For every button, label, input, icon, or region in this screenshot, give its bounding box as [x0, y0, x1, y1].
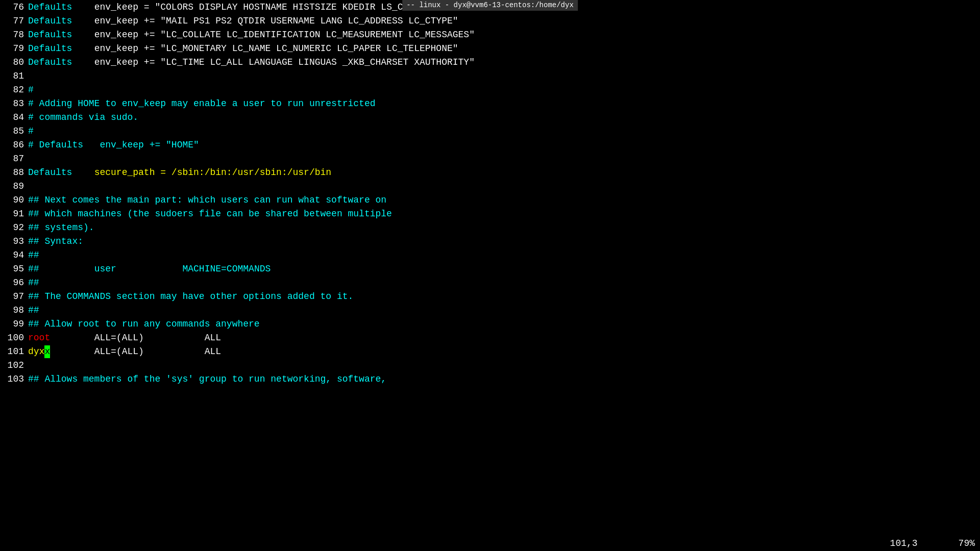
editor-line: 95## user MACHINE=COMMANDS [0, 263, 980, 277]
line-segment: # commands via sudo. [28, 111, 138, 124]
line-number: 100 [0, 332, 28, 344]
line-number: 101 [0, 345, 28, 358]
editor-line: 102 [0, 359, 980, 373]
line-segment: # Defaults env_keep += "HOME" [28, 139, 199, 152]
editor-line: 91## which machines (the sudoers file ca… [0, 208, 980, 221]
line-number: 82 [0, 84, 28, 96]
line-number: 79 [0, 42, 28, 55]
line-number: 96 [0, 277, 28, 289]
line-segment: "MAIL PS1 PS2 QTDIR USERNAME LANG LC_ADD… [160, 15, 458, 28]
editor-line: 98## [0, 304, 980, 318]
editor-line: 89 [0, 180, 980, 194]
status-right: 101,3 79% [890, 537, 975, 550]
line-segment: "COLORS DISPLAY HOSTNAME HISTSIZE KDEDIR… [155, 1, 436, 14]
line-number: 94 [0, 249, 28, 262]
editor-content[interactable]: 76Defaults env_keep = "COLORS DISPLAY HO… [0, 0, 980, 387]
editor-line: 82# [0, 84, 980, 97]
line-number: 95 [0, 263, 28, 276]
line-segment: "LC_COLLATE LC_IDENTIFICATION LC_MEASURE… [160, 29, 475, 41]
line-number: 102 [0, 359, 28, 372]
terminal-window: -- linux - dyx@vvm6-13-centos:/home/dyx … [0, 0, 980, 551]
line-segment: ## user MACHINE=COMMANDS [28, 263, 271, 276]
line-segment: Defaults [28, 29, 72, 41]
line-segment: root [28, 332, 50, 344]
line-segment: Defaults [28, 56, 72, 69]
cursor-position: 101,3 [890, 537, 918, 550]
line-number: 90 [0, 194, 28, 207]
line-number: 85 [0, 125, 28, 138]
line-number: 87 [0, 153, 28, 165]
title-bar: -- linux - dyx@vvm6-13-centos:/home/dyx [402, 0, 578, 11]
line-number: 81 [0, 70, 28, 83]
line-segment: ## The COMMANDS section may have other o… [28, 290, 353, 303]
line-segment: env_keep = [72, 1, 155, 14]
line-segment: ## systems). [28, 221, 94, 234]
editor-line: 79Defaults env_keep += "LC_MONETARY LC_N… [0, 42, 980, 56]
line-segment: "LC_TIME LC_ALL LANGUAGE LINGUAS _XKB_CH… [160, 56, 475, 69]
editor-line: 103## Allows members of the 'sys' group … [0, 373, 980, 387]
editor-line: 100root ALL=(ALL) ALL [0, 332, 980, 345]
editor-line: 96## [0, 277, 980, 290]
editor-line: 94## [0, 249, 980, 263]
editor-line: 84# commands via sudo. [0, 111, 980, 125]
line-number: 80 [0, 56, 28, 69]
line-number: 98 [0, 304, 28, 317]
editor-line: 92## systems). [0, 221, 980, 235]
line-segment: ## Allow root to run any commands anywhe… [28, 318, 260, 331]
editor-line: 78Defaults env_keep += "LC_COLLATE LC_ID… [0, 29, 980, 42]
line-segment: ## Next comes the main part: which users… [28, 194, 386, 207]
editor-line: 85# [0, 125, 980, 139]
editor-line: 80Defaults env_keep += "LC_TIME LC_ALL L… [0, 56, 980, 70]
line-number: 89 [0, 180, 28, 193]
line-number: 91 [0, 208, 28, 220]
status-bar: 101,3 79% [0, 536, 980, 551]
line-number: 103 [0, 373, 28, 386]
line-segment: # [28, 125, 34, 138]
editor-line: 93## Syntax: [0, 235, 980, 249]
line-segment: "LC_MONETARY LC_NAME LC_NUMERIC LC_PAPER… [160, 42, 458, 55]
line-number: 83 [0, 97, 28, 110]
line-segment: # [28, 84, 34, 96]
line-number: 93 [0, 235, 28, 248]
line-segment: ALL=(ALL) ALL [50, 332, 221, 344]
line-segment: ## Syntax: [28, 235, 83, 248]
line-number: 97 [0, 290, 28, 303]
line-segment: Defaults [28, 42, 72, 55]
line-segment: ## which machines (the sudoers file can … [28, 208, 392, 220]
line-number: 78 [0, 29, 28, 41]
line-segment: env_keep += [72, 56, 160, 69]
line-segment: ## [28, 249, 39, 262]
zoom-level: 79% [959, 537, 975, 550]
line-segment: ALL=(ALL) ALL [50, 345, 221, 358]
line-segment: secure_path = /sbin:/bin:/usr/sbin:/usr/… [72, 166, 331, 179]
line-segment: dyx [28, 345, 44, 358]
line-segment: # Adding HOME to env_keep may enable a u… [28, 97, 376, 110]
line-segment: Defaults [28, 166, 72, 179]
line-number: 76 [0, 1, 28, 14]
line-number: 77 [0, 15, 28, 28]
editor-line: 81 [0, 70, 980, 84]
line-segment: env_keep += [72, 15, 160, 28]
line-segment: env_keep += [72, 29, 160, 41]
editor-line: 101dyxx ALL=(ALL) ALL [0, 345, 980, 359]
line-segment: Defaults [28, 1, 72, 14]
editor-line: 88Defaults secure_path = /sbin:/bin:/usr… [0, 166, 980, 180]
line-segment: env_keep += [72, 42, 160, 55]
editor-line: 87 [0, 153, 980, 166]
editor-line: 77Defaults env_keep += "MAIL PS1 PS2 QTD… [0, 15, 980, 29]
line-segment: Defaults [28, 15, 72, 28]
cursor: x [44, 345, 50, 358]
editor-line: 99## Allow root to run any commands anyw… [0, 318, 980, 332]
line-segment: ## [28, 304, 39, 317]
editor-line: 97## The COMMANDS section may have other… [0, 290, 980, 304]
line-number: 84 [0, 111, 28, 124]
editor-line: 90## Next comes the main part: which use… [0, 194, 980, 208]
line-number: 86 [0, 139, 28, 152]
editor-line: 86# Defaults env_keep += "HOME" [0, 139, 980, 153]
editor-line: 83# Adding HOME to env_keep may enable a… [0, 97, 980, 111]
line-number: 99 [0, 318, 28, 331]
line-segment: ## [28, 277, 39, 289]
line-number: 88 [0, 166, 28, 179]
line-segment: ## Allows members of the 'sys' group to … [28, 373, 386, 386]
line-number: 92 [0, 221, 28, 234]
